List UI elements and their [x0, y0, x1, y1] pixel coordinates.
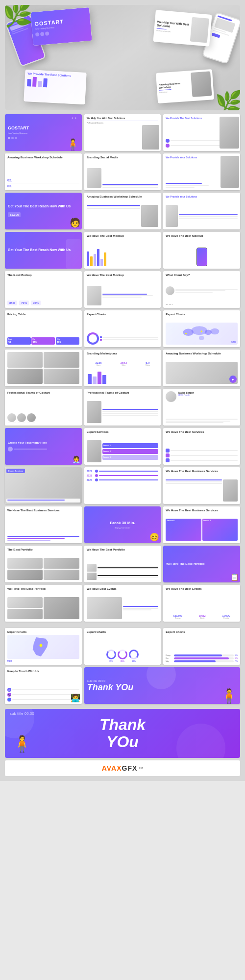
building-shape [66, 239, 81, 269]
workshop-photo-large: ▶ [166, 362, 238, 384]
slide-break-hero: Break 30 Min. Enjoy your break! 😊 [84, 506, 161, 543]
slide-row-6: Pricing Table Basic $9 Pro $19 Elite $29 [5, 310, 240, 347]
portfolio-thumb-2 [87, 573, 97, 580]
slide-we-help: We Help You With Best Solutions Professi… [84, 114, 161, 151]
team-photo-2 [44, 352, 79, 368]
thankyou-large-section: sub title 00:00 🧍 ThankYOu [5, 709, 240, 758]
portfolio-2-img-3 [44, 597, 79, 619]
slide-charts-3: Expert Charts Design 80% Dev [163, 628, 240, 665]
avax-gfx-text: GFX [122, 764, 138, 772]
slide-business-services-3: We Have The Best Business Services Servi… [163, 506, 240, 543]
slide-row-15: Keep In Touch With Us @ 📞 [5, 667, 240, 704]
slide-row-13: We Have The Best Portfolio We Have Best … [5, 585, 240, 622]
services-photo-right [223, 479, 238, 502]
portfolio-thumb-1 [87, 564, 97, 572]
slide-portfolio-2: We Have The Best Portfolio [5, 585, 82, 622]
slide-pricing: Pricing Table Basic $9 Pro $19 Elite $29 [5, 310, 82, 347]
slide-row-8: Professional Teams of Gostart [5, 389, 240, 426]
portfolio-img-3 [7, 570, 43, 580]
slide-provide-solutions: We Provide The Best Solutions [163, 114, 240, 151]
avax-footer: AVAX GFX ™ [5, 760, 240, 776]
slide-portfolio-hero: We Have The Best Portfolio 📋 [163, 546, 240, 582]
slide-preview-we-help: We Help You With Best Solutions Professi… [153, 10, 212, 47]
slide-professional-teams-1: Professional Teams of Gostart [5, 389, 82, 426]
thankyou-large-figure-icon: 🧍 [12, 734, 32, 753]
slide-row-14: Expert Charts 92% Expert Charts [5, 628, 240, 665]
slide-testimony-hero: Create Your Testimony Here 🧑‍💼 [5, 428, 82, 465]
we-help-title: We Help You With Best Solutions [87, 117, 159, 120]
slide-best-services: We Have The Best Services [163, 428, 240, 465]
slide-provide-3: We Provide Your Solutions [163, 193, 240, 229]
break-emoji-icon: 😊 [149, 532, 159, 542]
teams-photo-large [87, 401, 101, 423]
phone-display [196, 248, 207, 266]
thankyou-section: sub title 00:00 🧍 ThankYOu [5, 709, 240, 758]
slide-provide-2: We Provide Your Solutions [163, 153, 240, 190]
slide-timeline: 2022 2023 2024 [84, 467, 161, 504]
portfolio-2-img-2 [7, 609, 43, 620]
svg-point-6 [201, 330, 203, 332]
portfolio-img-1 [7, 558, 43, 569]
slide-portfolio-list: We Have The Best Portfolio [84, 546, 161, 582]
top-phones-display: 🌿 🌿 👓 GOSTART New Trading Business [5, 5, 240, 110]
branding-photo-1 [87, 168, 101, 188]
services-building-photo [87, 440, 101, 462]
slide-row-10: Expert Services 2022 2023 [5, 467, 240, 504]
slide-row-4: Get Your The Best Reach Now With Us We H… [5, 232, 240, 269]
slide-preview-we-provide: We Provide The Best Solutions [24, 70, 86, 104]
testimony-figure: 🧑‍💼 [72, 455, 80, 463]
slide-workshop-large: Amazing Business Workshop Schedule ▶ [163, 350, 240, 386]
slide-preview-photo: Amazing Business Workshop Professional [156, 69, 214, 103]
chart-donut-3 [129, 650, 139, 659]
slide-taylor-berger: Taylor Berger CEO & Founder [163, 389, 240, 426]
slide-preview-gostart: GOSTART New Trading Business [30, 7, 92, 46]
slide-mockup-stats: The Best Mockup 85% 72% 90% [5, 271, 82, 308]
slide-row-5: The Best Mockup 85% 72% 90% We Have The … [5, 271, 240, 308]
slide-professional-teams-2: Professional Teams of Gostart [84, 389, 161, 426]
sa-map-svg [7, 635, 79, 659]
page-wrapper: 🌿 🌿 👓 GOSTART New Trading Business [0, 0, 245, 781]
slide-expert-charts-world: Expert Charts 92% [163, 310, 240, 347]
provide-photo [166, 205, 178, 227]
slide-workshop-photo: Amazing Business Workshop Schedule [84, 193, 161, 229]
slide-team-left [5, 350, 82, 386]
svg-point-7 [40, 644, 43, 647]
donut-chart [87, 332, 99, 345]
team-photo-1 [7, 352, 43, 368]
people-photo [87, 286, 101, 305]
client-avatar [166, 286, 174, 295]
solutions-photo-2 [220, 156, 239, 188]
portfolio-img-2 [44, 558, 79, 569]
thankyou-main-text: Thank YOu [87, 683, 134, 692]
slide-best-mockup: We Have The Best Mockup [84, 232, 161, 269]
thankyou-large-text: ThankYOu [99, 716, 146, 751]
portfolio-figure-icon: 📋 [230, 573, 239, 581]
svg-point-1 [192, 326, 207, 335]
expert-services-bg: Expert Services [5, 467, 82, 504]
slide-charts-donut: Expert Charts 75% 85% 90% [84, 628, 161, 665]
portfolio-img-4 [44, 570, 79, 580]
avax-watermark: ™ [138, 766, 143, 771]
world-map-svg [166, 323, 238, 345]
solutions-photo [220, 117, 239, 149]
svg-point-3 [211, 328, 220, 335]
chart-donut-1 [106, 650, 116, 659]
world-map-chart: 92% [166, 323, 238, 345]
plant-left-icon: 🌿 [5, 5, 33, 28]
slide-branding-marketplace: Branding Marketplace 3236 Users 2543 Sal… [84, 350, 161, 386]
slide-row-2: Amazing Business Workshop Schedule 02. 0… [5, 153, 240, 190]
person-photo [142, 125, 159, 150]
slide-keep-in-touch: Keep In Touch With Us @ 📞 [5, 667, 82, 704]
slide-best-portfolio: The Best Portfolio [5, 546, 82, 582]
slide-expert-charts-1: Expert Charts [84, 310, 161, 347]
slide-events-stats: We Have The Best Events $33,892 Revenue … [163, 585, 240, 622]
slide-expert-services-1: Expert Services Service 1 Service 2 Serv… [84, 428, 161, 465]
slide-gostart-hero: GOSTART New Trading Business 🧍 ✦ ✦ [5, 114, 82, 151]
portfolio-2-img-1 [7, 597, 43, 608]
slide-workshop-1: Amazing Business Workshop Schedule 02. 0… [5, 153, 82, 190]
testimony-avatar [8, 447, 13, 452]
slide-best-events: We Have Best Events [84, 585, 161, 622]
avax-logo: AVAX [102, 764, 122, 772]
gostart-subtitle: New Trading Business [8, 132, 29, 134]
slide-charts-sa: Expert Charts 92% [5, 628, 82, 665]
